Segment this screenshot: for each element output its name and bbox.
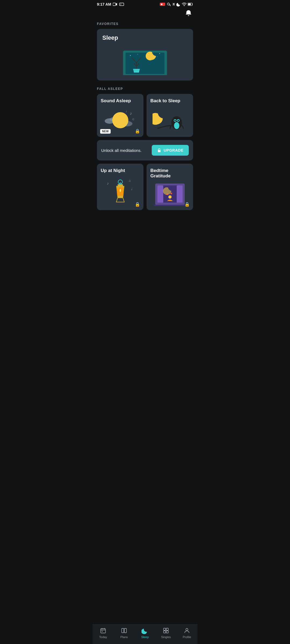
svg-point-3 <box>161 3 162 5</box>
video-icon <box>113 2 118 6</box>
new-badge: NEW <box>100 129 111 134</box>
svg-point-19 <box>112 112 128 128</box>
svg-point-10 <box>130 55 131 56</box>
fall-asleep-label: FALL ASLEEP <box>97 87 193 91</box>
header <box>93 8 197 20</box>
svg-rect-9 <box>125 53 164 74</box>
sleep-card-title: Sleep <box>102 34 188 41</box>
upgrade-banner: Unlock all meditations. UPGRADE <box>97 140 193 160</box>
svg-text:♪: ♪ <box>130 111 132 116</box>
svg-point-13 <box>157 56 158 57</box>
svg-rect-7 <box>188 3 191 5</box>
status-bar: 9:17 AM <box>93 0 197 8</box>
recording-icon <box>160 2 166 6</box>
back-to-sleep-illustration <box>150 107 189 131</box>
battery-icon <box>188 3 193 6</box>
bedtime-gratitude-card[interactable]: Bedtime Gratitude <box>147 164 193 210</box>
lock-icon-gratitude: 🔒 <box>184 202 190 207</box>
svg-rect-43 <box>154 205 186 206</box>
bluetooth-icon <box>172 2 175 6</box>
upgrade-button[interactable]: UPGRADE <box>152 145 189 156</box>
svg-text:♫: ♫ <box>132 117 134 121</box>
key-icon <box>167 2 171 6</box>
bedtime-gratitude-illustration <box>150 182 189 206</box>
up-at-night-illustration: ♪ ♫ ♩ <box>101 177 140 201</box>
payment-icon <box>119 2 124 6</box>
sound-asleep-illustration: ♪ ♫ ♩ <box>101 107 140 131</box>
svg-text:♫: ♫ <box>128 179 131 183</box>
lock-icon-sound: 🔒 <box>135 129 140 134</box>
svg-point-41 <box>166 193 168 195</box>
bedtime-gratitude-title: Bedtime Gratitude <box>150 168 189 179</box>
svg-point-34 <box>118 180 122 184</box>
svg-point-5 <box>184 6 184 6</box>
status-time: 9:17 AM <box>97 2 111 6</box>
notification-bell[interactable] <box>184 9 193 18</box>
back-to-sleep-card[interactable]: Back to Sleep <box>147 94 193 137</box>
up-at-night-card[interactable]: Up at Night ♪ ♫ ♩ <box>97 164 143 210</box>
svg-rect-30 <box>158 150 161 152</box>
moon-icon-status <box>176 2 181 6</box>
svg-text:♪: ♪ <box>107 181 109 185</box>
sleep-illustration <box>118 46 172 75</box>
svg-rect-0 <box>113 3 116 6</box>
svg-point-42 <box>171 193 172 194</box>
lock-upgrade-icon <box>157 148 161 152</box>
sound-asleep-card[interactable]: Sound Asleep ♪ ♫ ♩ NEW 🔒 <box>97 94 143 137</box>
svg-text:♩: ♩ <box>131 188 132 191</box>
lock-icon-night: 🔒 <box>135 202 140 207</box>
svg-point-14 <box>159 53 160 54</box>
svg-point-11 <box>137 54 138 54</box>
wifi-icon <box>182 2 187 6</box>
svg-point-29 <box>174 122 179 129</box>
upgrade-text: Unlock all meditations. <box>101 148 142 153</box>
svg-point-28 <box>177 120 179 121</box>
more-cards-grid: Up at Night ♪ ♫ ♩ <box>97 164 193 210</box>
svg-point-27 <box>174 120 176 121</box>
sleep-favorites-card[interactable]: Sleep <box>97 29 193 80</box>
svg-rect-38 <box>157 185 163 203</box>
svg-point-40 <box>168 195 172 199</box>
svg-rect-39 <box>177 185 183 203</box>
favorites-label: FAVORITES <box>97 22 193 26</box>
back-to-sleep-title: Back to Sleep <box>150 98 189 104</box>
svg-text:♩: ♩ <box>126 110 127 113</box>
fall-asleep-grid: Sound Asleep ♪ ♫ ♩ NEW 🔒 B <box>97 94 193 137</box>
sound-asleep-title: Sound Asleep <box>101 98 140 104</box>
svg-rect-1 <box>119 3 124 6</box>
upgrade-btn-label: UPGRADE <box>164 148 183 152</box>
up-at-night-title: Up at Night <box>101 168 140 173</box>
main-content: FAVORITES Sleep FALL ASLEEP <box>93 20 197 235</box>
